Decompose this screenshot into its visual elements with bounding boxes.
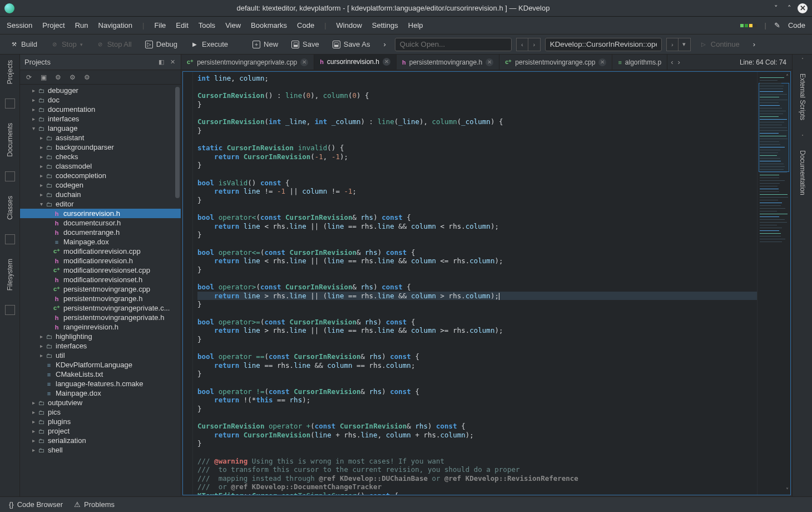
tree-file[interactable]: ≡CMakeLists.txt <box>20 370 181 379</box>
code-editor[interactable]: int line, column; CursorInRevision() : l… <box>182 71 791 495</box>
minimap[interactable]: ˄ ˅ <box>757 72 790 495</box>
tree-folder[interactable]: ▸🗀shell <box>20 445 181 455</box>
expander-icon[interactable]: ▸ <box>38 163 44 169</box>
tree-file[interactable]: ≡KDevPlatformLanguage <box>20 360 181 370</box>
editor-tab[interactable]: ≡algorithms.p <box>612 55 667 70</box>
panel-float-button[interactable]: ◧ <box>157 58 165 66</box>
gear-icon[interactable]: ⚙ <box>82 73 91 82</box>
tab-close-button[interactable]: ✕ <box>300 58 308 66</box>
save-button[interactable]: ⬓Save <box>287 38 324 51</box>
tree-folder[interactable]: ▸🗀codegen <box>20 180 181 190</box>
tree-folder[interactable]: ▸🗀outputview <box>20 398 181 407</box>
quick-open[interactable] <box>395 38 512 51</box>
gear-icon[interactable]: ⚙ <box>53 73 62 82</box>
tree-folder[interactable]: ▸🗀highlighting <box>20 332 181 341</box>
menu-bookmarks[interactable]: Bookmarks <box>251 21 287 29</box>
sync-icon[interactable]: ⟳ <box>24 73 33 82</box>
tree-folder[interactable]: ▸🗀backgroundparser <box>20 142 181 152</box>
project-tree[interactable]: ▸🗀debugger▸🗀doc▸🗀documentation▸🗀interfac… <box>20 85 181 496</box>
tree-file[interactable]: ≡Mainpage.dox <box>20 388 181 398</box>
tab-close-button[interactable]: ✕ <box>383 58 390 66</box>
tree-folder[interactable]: ▸🗀classmodel <box>20 161 181 171</box>
quick-open-input[interactable] <box>395 38 512 51</box>
expander-icon[interactable]: ▸ <box>38 182 44 188</box>
minimize-button[interactable]: ˅ <box>771 3 781 13</box>
tree-folder[interactable]: ▸🗀interfaces <box>20 341 181 351</box>
expander-icon[interactable]: ▸ <box>30 419 37 425</box>
fold-gutter[interactable] <box>183 72 193 495</box>
menu-code[interactable]: Code <box>297 21 314 29</box>
menu-window[interactable]: Window <box>336 21 362 29</box>
tab-prev-button[interactable]: ‹ <box>671 58 673 66</box>
expander-icon[interactable]: ▸ <box>38 333 44 339</box>
tab-close-button[interactable]: ✕ <box>598 58 606 66</box>
tree-folder[interactable]: ▸🗀debugger <box>20 86 181 95</box>
menu-file[interactable]: File <box>154 21 166 29</box>
menu-code-right[interactable]: Code <box>788 21 805 29</box>
expander-icon[interactable]: ▸ <box>38 144 44 150</box>
menu-edit[interactable]: Edit <box>176 21 188 29</box>
tree-folder[interactable]: ▸🗀duchain <box>20 190 181 199</box>
editor-tab[interactable]: hpersistentmovingrange.h✕ <box>397 55 499 70</box>
expander-icon[interactable]: ▸ <box>30 400 37 406</box>
collapse-icon[interactable]: ▣ <box>39 73 48 82</box>
tab-next-button[interactable]: › <box>678 58 680 66</box>
build-button[interactable]: ⚒Build <box>6 38 42 51</box>
menu-tools[interactable]: Tools <box>199 21 215 29</box>
save-as-button[interactable]: ⬓Save As <box>328 38 375 51</box>
tree-folder[interactable]: ▾🗀language <box>20 124 181 133</box>
tree-folder[interactable]: ▾🗀editor <box>20 199 181 209</box>
dock-tab-external-scripts[interactable]: External Scripts <box>799 71 806 122</box>
debug-button[interactable]: ▷Debug <box>141 38 182 51</box>
symbol-combo[interactable] <box>545 38 662 51</box>
more-toolbar-button[interactable]: › <box>379 38 390 51</box>
dock-tab-filesystem[interactable]: Filesystem <box>6 257 14 293</box>
symbol-next-button[interactable]: › <box>666 38 679 51</box>
tree-file[interactable]: hmodificationrevisionset.h <box>20 275 181 284</box>
menu-view[interactable]: View <box>225 21 241 29</box>
tree-file[interactable]: hpersistentmovingrange.h <box>20 294 181 303</box>
maximize-button[interactable]: ˄ <box>784 3 794 13</box>
expander-icon[interactable]: ▾ <box>38 201 44 207</box>
tree-file[interactable]: hcursorinrevision.h <box>20 209 181 218</box>
gear-icon[interactable]: ⚙ <box>68 73 77 82</box>
source-code[interactable]: int line, column; CursorInRevision() : l… <box>193 72 757 495</box>
tree-file[interactable]: c⁺persistentmovingrangeprivate.c... <box>20 303 181 313</box>
menu-navigation[interactable]: Navigation <box>98 21 132 29</box>
expander-icon[interactable]: ▸ <box>30 116 37 122</box>
editor-tab[interactable]: hcursorinrevision.h✕ <box>314 55 397 70</box>
editor-tab[interactable]: c⁺persistentmovingrangeprivate.cpp✕ <box>181 55 314 70</box>
tree-file[interactable]: hpersistentmovingrangeprivate.h <box>20 313 181 322</box>
tree-folder[interactable]: ▸🗀checks <box>20 152 181 161</box>
menu-project[interactable]: Project <box>42 21 65 29</box>
tab-close-button[interactable]: ✕ <box>486 58 493 66</box>
expander-icon[interactable]: ▾ <box>30 125 37 131</box>
scrollbar-thumb[interactable] <box>175 87 180 198</box>
execute-button[interactable]: ▶Execute <box>186 38 232 51</box>
menu-run[interactable]: Run <box>75 21 88 29</box>
expander-icon[interactable]: ▸ <box>38 154 44 160</box>
editor-tab[interactable]: c⁺persistentmovingrange.cpp✕ <box>499 55 612 70</box>
tree-file[interactable]: c⁺modificationrevisionset.cpp <box>20 265 181 275</box>
expander-icon[interactable]: ▸ <box>38 352 44 358</box>
menu-session[interactable]: Session <box>7 21 32 29</box>
tree-file[interactable]: c⁺modificationrevision.cpp <box>20 247 181 256</box>
symbol-dropdown-button[interactable]: ▾ <box>679 38 691 51</box>
menu-help[interactable]: Help <box>408 21 423 29</box>
collapse-up-icon[interactable]: ˄ <box>786 73 789 80</box>
new-button[interactable]: ＋New <box>248 38 283 51</box>
tree-folder[interactable]: ▸🗀documentation <box>20 105 181 114</box>
tree-file[interactable]: hrangeinrevision.h <box>20 322 181 332</box>
expander-icon[interactable]: ▸ <box>30 87 37 93</box>
tree-folder[interactable]: ▸🗀util <box>20 351 181 360</box>
tree-folder[interactable]: ▸🗀interfaces <box>20 114 181 124</box>
menu-settings[interactable]: Settings <box>372 21 398 29</box>
expander-icon[interactable]: ▸ <box>30 409 37 415</box>
expander-icon[interactable]: ▸ <box>38 343 44 349</box>
tree-file[interactable]: c⁺persistentmovingrange.cpp <box>20 284 181 294</box>
tree-file[interactable]: hdocumentrange.h <box>20 228 181 237</box>
tree-folder[interactable]: ▸🗀codecompletion <box>20 171 181 180</box>
panel-close-button[interactable]: ✕ <box>169 58 176 66</box>
tree-folder[interactable]: ▸🗀plugins <box>20 417 181 426</box>
close-button[interactable]: ✕ <box>798 3 808 13</box>
